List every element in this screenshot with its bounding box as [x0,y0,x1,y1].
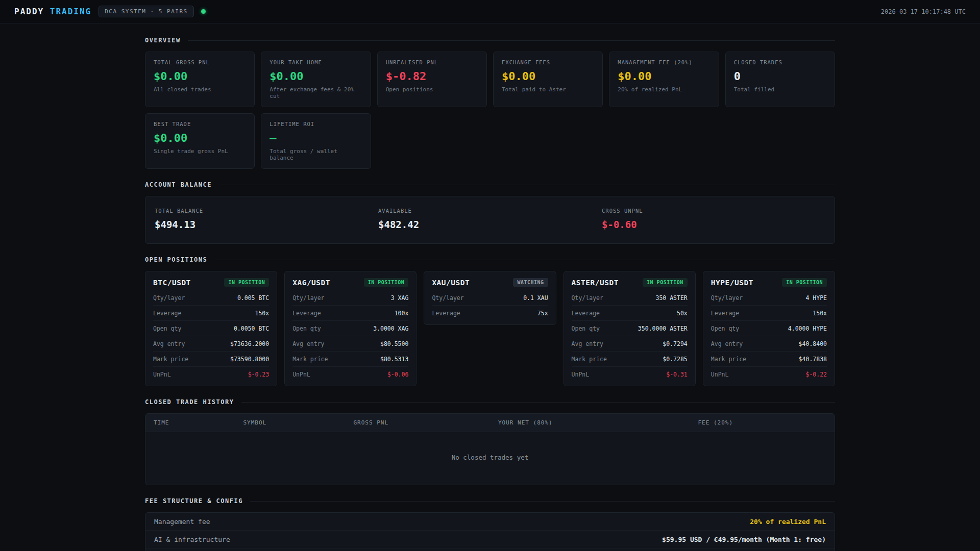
status-badge: IN POSITION [782,278,827,287]
position-card-aster: ASTER/USDT IN POSITION Qty/layer350 ASTE… [564,271,696,386]
row-value: $-0.31 [666,371,688,378]
stat-subtitle: Total filled [734,86,826,93]
overview-grid: TOTAL GROSS PNL $0.00 All closed trades … [145,52,835,169]
row-value: 0.005 BTC [237,294,269,302]
position-row: Leverage100x [292,306,408,321]
column-header-your-net: YOUR NET (80%) [490,414,690,432]
stat-label: YOUR TAKE-HOME [270,59,362,65]
position-row-unpnl: UnPnL$-0.22 [711,367,827,382]
account-balance-title: ACCOUNT BALANCE [145,181,212,188]
balance-available: AVAILABLE $482.42 [378,208,602,230]
fee-config-card: Management fee 20% of realized PnL AI & … [145,512,835,551]
position-row: Open qty0.0050 BTC [153,321,269,336]
stat-card-total-gross-pnl: TOTAL GROSS PNL $0.00 All closed trades [145,52,255,107]
row-value: $-0.06 [387,371,409,378]
stat-card-management-fee: MANAGEMENT FEE (20%) $0.00 20% of realiz… [609,52,719,107]
open-positions-header: OPEN POSITIONS [145,256,835,263]
position-card-hype: HYPE/USDT IN POSITION Qty/layer4 HYPE Le… [703,271,835,386]
row-label: UnPnL [292,371,310,378]
row-value: 100x [395,310,409,317]
stat-value: $0.00 [154,70,246,83]
open-positions-section: OPEN POSITIONS BTC/USDT IN POSITION Qty/… [145,256,835,386]
stat-subtitle: Total paid to Aster [502,86,594,93]
fee-config-header: FEE STRUCTURE & CONFIG [145,497,835,505]
row-value: $80.5500 [380,340,408,347]
row-label: Open qty [711,325,739,332]
stat-card-exchange-fees: EXCHANGE FEES $0.00 Total paid to Aster [493,52,603,107]
balance-cross-unpnl: CROSS UNPNL $-0.60 [602,208,825,230]
position-row: Leverage50x [572,306,688,321]
position-row: Mark price$0.7285 [572,352,688,367]
position-row: Avg entry$0.7294 [572,336,688,352]
account-balance-header: ACCOUNT BALANCE [145,181,835,188]
row-label: Mark price [711,356,746,363]
position-row: Qty/layer3 XAG [292,290,408,306]
overview-title: OVERVIEW [145,37,181,44]
balance-label: AVAILABLE [378,208,602,214]
row-value: 4 HYPE [805,294,827,302]
stat-subtitle: Total gross / wallet balance [270,148,362,161]
stat-value: 0 [734,70,826,83]
row-value: 350 ASTER [655,294,687,302]
stat-subtitle: Single trade gross PnL [154,148,246,155]
stat-subtitle: Open positions [386,86,478,93]
row-label: Leverage [572,310,600,317]
table-header-row: TIME SYMBOL GROSS PNL YOUR NET (80%) FEE… [145,414,835,432]
stat-card-unrealised-pnl: UNREALISED PNL $-0.82 Open positions [377,52,487,107]
row-label: UnPnL [153,371,171,378]
row-value: $40.7838 [799,356,827,363]
status-badge: WATCHING [513,278,548,287]
balance-value: $494.13 [155,219,378,230]
position-card-header: XAU/USDT WATCHING [432,278,548,287]
config-value: $59.95 USD / €49.95/month (Month 1: free… [662,536,826,543]
row-value: 150x [255,310,269,317]
position-symbol: HYPE/USDT [711,279,753,287]
column-header-gross-pnl: GROSS PNL [346,414,491,432]
config-row-management-fee: Management fee 20% of realized PnL [145,513,835,531]
stat-value: $0.00 [618,70,710,83]
row-label: Avg entry [153,340,185,347]
system-badge: DCA SYSTEM · 5 PAIRS [99,6,193,17]
row-label: Leverage [153,310,181,317]
row-label: Mark price [292,356,328,363]
fee-config-section: FEE STRUCTURE & CONFIG Management fee 20… [145,497,835,551]
config-label: Management fee [154,518,210,525]
row-value: $73636.2000 [230,340,269,347]
row-value: 0.1 XAU [523,294,548,302]
top-bar: PADDY TRADING DCA SYSTEM · 5 PAIRS 2026-… [0,0,980,23]
stat-value: $0.00 [502,70,594,83]
balance-card: TOTAL BALANCE $494.13 AVAILABLE $482.42 … [145,196,835,244]
position-row: Leverage150x [711,306,827,321]
balance-value: $-0.60 [602,219,825,230]
position-row: Leverage75x [432,306,548,320]
row-value: $-0.22 [805,371,827,378]
row-label: Open qty [292,325,321,332]
account-balance-section: ACCOUNT BALANCE TOTAL BALANCE $494.13 AV… [145,181,835,244]
row-value: 4.0000 HYPE [788,325,827,332]
position-row: Leverage150x [153,306,269,321]
stat-subtitle: 20% of realized PnL [618,86,710,93]
stat-card-take-home: YOUR TAKE-HOME $0.00 After exchange fees… [261,52,371,107]
row-value: 3.0000 XAG [373,325,408,332]
status-badge: IN POSITION [643,278,688,287]
stat-value: $0.00 [270,70,362,83]
stat-subtitle: All closed trades [154,86,246,93]
dashboard-main: OVERVIEW TOTAL GROSS PNL $0.00 All close… [145,23,835,551]
balance-value: $482.42 [378,219,602,230]
row-label: Leverage [292,310,321,317]
config-row-ai-infrastructure: AI & infrastructure $59.95 USD / €49.95/… [145,531,835,548]
position-symbol: XAU/USDT [432,279,470,287]
trade-history-table: TIME SYMBOL GROSS PNL YOUR NET (80%) FEE… [145,413,835,485]
row-value: $40.8400 [799,340,827,347]
row-value: 350.0000 ASTER [638,325,688,332]
position-row: Open qty3.0000 XAG [292,321,408,336]
stat-value: $-0.82 [386,70,478,83]
stat-label: CLOSED TRADES [734,59,826,65]
utc-clock: 2026-03-17 10:17:48 UTC [881,8,966,15]
positions-grid: BTC/USDT IN POSITION Qty/layer0.005 BTC … [145,271,835,386]
position-row: Qty/layer0.1 XAU [432,290,548,306]
row-label: Mark price [153,356,188,363]
stat-card-closed-trades: CLOSED TRADES 0 Total filled [725,52,835,107]
row-value: 75x [537,310,548,317]
row-value: $0.7285 [663,356,687,363]
